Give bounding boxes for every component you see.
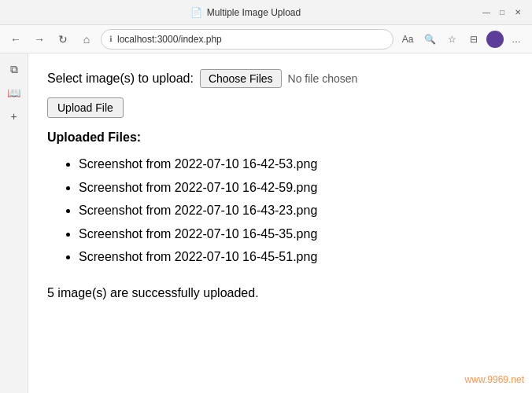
select-row: Select image(s) to upload: Choose Files … xyxy=(47,69,513,88)
title-bar: 📄 Multiple Image Upload — □ ✕ xyxy=(0,0,532,25)
read-mode-button[interactable]: Aa xyxy=(398,30,417,49)
choose-files-button[interactable]: Choose Files xyxy=(200,69,282,88)
refresh-button[interactable]: ↻ xyxy=(54,30,72,49)
maximize-button[interactable]: □ xyxy=(497,8,507,17)
list-item: Screenshot from 2022-07-10 16-43-23.png xyxy=(79,200,513,221)
sidebar-tab-icon[interactable]: ⧉ xyxy=(5,60,24,79)
list-item: Screenshot from 2022-07-10 16-45-35.png xyxy=(79,224,513,244)
minimize-button[interactable]: — xyxy=(482,8,491,17)
window-title: Multiple Image Upload xyxy=(207,7,301,18)
main-content: Select image(s) to upload: Choose Files … xyxy=(28,53,532,393)
success-message: 5 image(s) are successfully uploaded. xyxy=(47,286,513,300)
close-button[interactable]: ✕ xyxy=(513,8,523,17)
address-text: localhost:3000/index.php xyxy=(117,34,222,45)
sidebar-reading-icon[interactable]: 📖 xyxy=(5,83,24,102)
sidebar: ⧉ 📖 + xyxy=(0,53,28,393)
nav-bar: ← → ↻ ⌂ ℹ localhost:3000/index.php Aa 🔍 … xyxy=(0,25,532,53)
select-label: Select image(s) to upload: xyxy=(47,72,194,86)
home-button[interactable]: ⌂ xyxy=(77,30,96,49)
list-item: Screenshot from 2022-07-10 16-45-51.png xyxy=(79,247,513,267)
watermark: www.9969.net xyxy=(465,374,524,385)
search-button[interactable]: 🔍 xyxy=(420,30,439,49)
browser-body: ⧉ 📖 + Select image(s) to upload: Choose … xyxy=(0,53,532,393)
file-list: Screenshot from 2022-07-10 16-42-53.pngS… xyxy=(47,154,513,267)
no-file-label: No file chosen xyxy=(288,72,358,85)
more-button[interactable]: … xyxy=(507,30,526,49)
forward-button[interactable]: → xyxy=(30,30,49,49)
nav-right-controls: Aa 🔍 ☆ ⊟ … xyxy=(398,30,526,49)
back-button[interactable]: ← xyxy=(6,30,25,49)
favorites-button[interactable]: ☆ xyxy=(442,30,461,49)
upload-file-button[interactable]: Upload File xyxy=(47,97,124,118)
list-item: Screenshot from 2022-07-10 16-42-59.png xyxy=(79,178,513,198)
address-bar[interactable]: ℹ localhost:3000/index.php xyxy=(101,29,393,50)
profile-avatar[interactable] xyxy=(486,31,504,48)
list-item: Screenshot from 2022-07-10 16-42-53.png xyxy=(79,154,513,174)
collections-button[interactable]: ⊟ xyxy=(464,30,483,49)
doc-icon: 📄 xyxy=(190,7,202,18)
address-info-icon: ℹ xyxy=(109,35,113,43)
uploaded-files-title: Uploaded Files: xyxy=(47,130,513,145)
sidebar-add-icon[interactable]: + xyxy=(5,107,24,126)
